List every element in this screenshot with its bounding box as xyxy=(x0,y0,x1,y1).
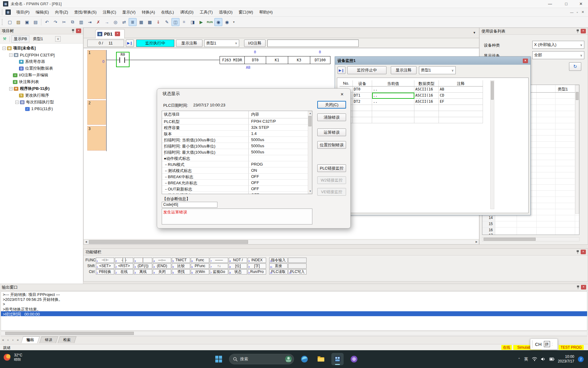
prev-tab-icon[interactable]: ‹ xyxy=(6,338,10,342)
tab-pb1[interactable]: ▦ PB1 × xyxy=(95,29,125,38)
operand-cell[interactable]: DT0 xyxy=(245,56,266,64)
fkey[interactable]: 9Run/Pro xyxy=(248,269,266,274)
menu-debug[interactable]: 调试(D) xyxy=(177,8,197,16)
convert-icon[interactable]: ⇓ xyxy=(154,18,162,26)
collapse-icon[interactable]: − xyxy=(15,101,19,104)
show-comment-button[interactable]: 显示注释 xyxy=(176,40,202,47)
operand-cell[interactable]: K1 xyxy=(266,56,288,64)
pin-icon[interactable] xyxy=(576,285,580,289)
toolbar-more-icon[interactable]: ▾ xyxy=(231,20,236,24)
tree-item-program-block[interactable]: − ❖ 程序块(PB-11步) xyxy=(0,85,83,92)
menu-comment[interactable]: 注释(C) xyxy=(100,8,119,16)
new-file-icon[interactable]: ▢ xyxy=(6,18,14,26)
open-file-icon[interactable]: ▨ xyxy=(14,18,22,26)
fkey[interactable]: 3离线 xyxy=(134,269,152,274)
fkey[interactable]: 11直接 xyxy=(269,263,288,269)
cursor-selection-box[interactable] xyxy=(116,52,130,67)
fkey[interactable]: 7↑↓ xyxy=(210,263,228,269)
fkey[interactable]: 2┤├ xyxy=(115,258,133,263)
monitor-icon[interactable]: ◫ xyxy=(172,18,179,26)
tree-item-position-control[interactable]: ▥ 位置控制数据表 xyxy=(0,65,83,72)
comment-type-combo[interactable]: 类型1∨ xyxy=(419,66,456,74)
table-row[interactable]: DT2 .. ASCII(16位) EF xyxy=(340,99,489,105)
tree-item-scan-type[interactable]: − ▧ 每次扫描执行型 xyxy=(0,99,83,105)
tree-item-pb1[interactable]: ✓ 1:PB1(11步) xyxy=(0,105,83,112)
block-comment-icon[interactable]: ▩ xyxy=(146,18,154,26)
toolbar-grip[interactable] xyxy=(2,19,3,25)
minimize-button[interactable]: — xyxy=(543,0,557,8)
fkey[interactable]: 12PLC写入 xyxy=(288,269,307,274)
position-error-button[interactable]: 位置控制错误 xyxy=(317,141,346,149)
pin-icon[interactable] xyxy=(576,29,579,33)
column-header[interactable]: 当前值 xyxy=(372,80,414,86)
menu-find-replace[interactable]: 查找/替换(S) xyxy=(71,8,100,16)
tree-item-plc[interactable]: − ▣ PLC[FP0H C32T/P] xyxy=(0,52,83,58)
project-tree-close-icon[interactable]: × xyxy=(76,29,81,33)
paste-icon[interactable]: ▥ xyxy=(77,18,85,26)
ve-link-monitor-button[interactable]: VE链接监控 xyxy=(317,188,346,196)
column-header[interactable]: 数据类型 xyxy=(414,80,439,86)
taskbar-clock[interactable]: 10:00 2023/7/17 xyxy=(558,355,574,364)
mdi-restore-button[interactable]: ▫ xyxy=(575,10,580,14)
tree-item-project[interactable]: − ▦ 项目[未命名] xyxy=(0,45,83,52)
notification-badge[interactable]: 2 xyxy=(578,356,584,362)
menu-edit[interactable]: 编辑(E) xyxy=(32,8,52,16)
fkey[interactable]: 7监视Go xyxy=(210,269,228,274)
editor-hscrollbar[interactable]: ◀ ▶ xyxy=(84,240,479,244)
find-next-icon[interactable]: ◉ xyxy=(223,18,231,26)
fkey[interactable]: 8NOT / xyxy=(229,258,247,263)
fkey[interactable]: 5查找 xyxy=(172,269,190,274)
menubar-grip[interactable] xyxy=(2,10,3,15)
column-header[interactable]: 设备 xyxy=(353,80,372,86)
maximize-button[interactable]: □ xyxy=(559,0,573,8)
jump-icon[interactable]: → xyxy=(103,18,111,26)
show-comment-button[interactable]: 显示注释 xyxy=(391,66,417,74)
tree-item-system-registers[interactable]: ✱ 系统寄存器 xyxy=(0,58,83,65)
device-monitor-vscrollbar[interactable] xyxy=(490,80,494,209)
save-icon[interactable]: ▣ xyxy=(23,18,31,26)
taskbar-edge-icon[interactable] xyxy=(298,353,311,365)
ime-drag-handle[interactable] xyxy=(532,341,533,347)
rung-1-margin[interactable]: 1 0 xyxy=(87,50,106,99)
refresh-icon[interactable]: ↻ xyxy=(569,62,581,71)
fkey[interactable]: 8[位] xyxy=(229,263,247,269)
instruction-cell[interactable]: F263 MIDR xyxy=(220,56,245,64)
device-kind-combo[interactable]: X (外部输入)∨ xyxy=(532,41,584,49)
column-header-type[interactable]: 类型1 xyxy=(558,86,568,92)
fkey[interactable]: 4─○─ xyxy=(153,258,171,263)
table-row[interactable] xyxy=(340,105,489,111)
volume-icon[interactable] xyxy=(541,357,546,361)
close-button[interactable]: ✕ xyxy=(574,0,588,8)
fkey[interactable]: 9INDEX xyxy=(248,258,266,263)
collapse-icon[interactable]: − xyxy=(2,47,6,50)
fkey[interactable]: 4关闭 xyxy=(153,269,171,274)
tray-chevron-up-icon[interactable]: ⌃ xyxy=(518,357,520,361)
fkey[interactable]: 4(END) xyxy=(153,263,171,269)
battery-icon[interactable] xyxy=(549,357,554,361)
taskbar-explorer-icon[interactable] xyxy=(315,353,327,365)
fkey[interactable]: 1⊣ ⊢ xyxy=(96,258,114,263)
device-list-close-icon[interactable]: × xyxy=(581,29,586,33)
column-header[interactable]: No. xyxy=(340,80,353,86)
tree-item-block-comment[interactable]: ≣ 块注释列表 xyxy=(0,79,83,85)
copy-icon[interactable]: ⧉ xyxy=(69,18,77,26)
tree-filter-icon[interactable]: ⚒ xyxy=(1,36,8,42)
function-key-close-icon[interactable]: × xyxy=(581,250,586,254)
first-tab-icon[interactable]: « xyxy=(1,338,6,342)
table-row[interactable] xyxy=(340,111,489,117)
fkey[interactable]: 2在线 xyxy=(115,269,133,274)
status-table[interactable]: 状态项目 内容 PLC机型FP0H C32T/P 程序容量32k STEP 版本… xyxy=(162,111,312,194)
rung-3-margin[interactable]: 3 xyxy=(87,126,106,151)
tab-errors[interactable]: 错误 xyxy=(39,336,58,343)
ime-language[interactable]: CH xyxy=(535,342,542,347)
fkey[interactable]: 5比较 xyxy=(172,263,190,269)
tab-search[interactable]: 检索 xyxy=(58,336,76,343)
run-mode-icon[interactable]: ▶ xyxy=(197,18,205,26)
fkey[interactable]: 1PB转换 xyxy=(96,269,114,274)
replace-icon[interactable]: ⇄ xyxy=(120,18,128,26)
device-list-vscrollbar[interactable] xyxy=(575,85,579,214)
ime-toolbar[interactable]: CH 拼 ▫▫ xyxy=(530,339,558,350)
comment-type-combo[interactable]: 类型1∨ xyxy=(204,40,239,47)
comment-display-icon[interactable]: ≣ xyxy=(129,18,137,26)
next-tab-icon[interactable]: › xyxy=(10,338,15,342)
